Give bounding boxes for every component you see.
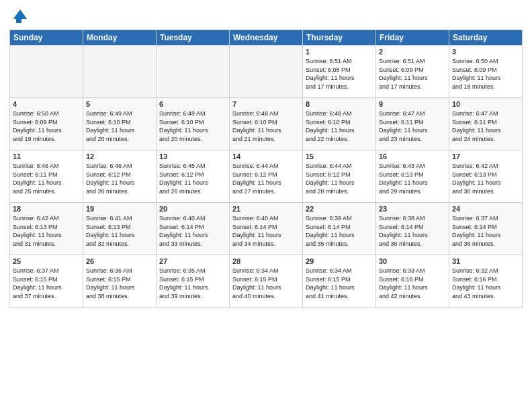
calendar-cell: 1Sunrise: 6:51 AM Sunset: 6:08 PM Daylig… bbox=[303, 46, 376, 98]
calendar-cell: 13Sunrise: 6:45 AM Sunset: 6:12 PM Dayli… bbox=[157, 150, 230, 203]
day-info: Sunrise: 6:42 AM Sunset: 6:13 PM Dayligh… bbox=[13, 214, 80, 248]
day-number: 8 bbox=[306, 100, 373, 108]
day-number: 10 bbox=[452, 100, 519, 108]
day-info: Sunrise: 6:47 AM Sunset: 6:11 PM Dayligh… bbox=[379, 109, 446, 143]
calendar-cell: 7Sunrise: 6:48 AM Sunset: 6:10 PM Daylig… bbox=[230, 98, 303, 150]
day-info: Sunrise: 6:43 AM Sunset: 6:13 PM Dayligh… bbox=[379, 162, 446, 195]
day-info: Sunrise: 6:45 AM Sunset: 6:12 PM Dayligh… bbox=[159, 162, 226, 195]
day-info: Sunrise: 6:41 AM Sunset: 6:13 PM Dayligh… bbox=[86, 214, 153, 248]
day-number: 4 bbox=[13, 100, 80, 108]
calendar-cell bbox=[157, 46, 230, 98]
day-number: 6 bbox=[159, 100, 226, 108]
day-info: Sunrise: 6:49 AM Sunset: 6:10 PM Dayligh… bbox=[86, 109, 153, 143]
calendar-week-3: 18Sunrise: 6:42 AM Sunset: 6:13 PM Dayli… bbox=[10, 203, 523, 255]
calendar-cell: 9Sunrise: 6:47 AM Sunset: 6:11 PM Daylig… bbox=[376, 98, 449, 150]
day-info: Sunrise: 6:50 AM Sunset: 6:09 PM Dayligh… bbox=[452, 57, 519, 91]
calendar-cell: 5Sunrise: 6:49 AM Sunset: 6:10 PM Daylig… bbox=[83, 98, 157, 150]
day-info: Sunrise: 6:51 AM Sunset: 6:09 PM Dayligh… bbox=[379, 57, 446, 91]
day-number: 9 bbox=[379, 100, 446, 108]
day-info: Sunrise: 6:34 AM Sunset: 6:15 PM Dayligh… bbox=[306, 267, 373, 300]
calendar-cell: 30Sunrise: 6:33 AM Sunset: 6:16 PM Dayli… bbox=[376, 255, 449, 308]
calendar-cell: 19Sunrise: 6:41 AM Sunset: 6:13 PM Dayli… bbox=[83, 203, 157, 255]
day-number: 27 bbox=[159, 257, 226, 265]
calendar-cell: 15Sunrise: 6:44 AM Sunset: 6:12 PM Dayli… bbox=[303, 150, 376, 203]
calendar-week-4: 25Sunrise: 6:37 AM Sunset: 6:15 PM Dayli… bbox=[10, 255, 523, 308]
day-number: 20 bbox=[159, 205, 226, 213]
day-number: 23 bbox=[379, 205, 446, 213]
day-number: 22 bbox=[306, 205, 373, 213]
day-number: 3 bbox=[452, 48, 519, 56]
logo bbox=[9, 7, 31, 26]
day-info: Sunrise: 6:40 AM Sunset: 6:14 PM Dayligh… bbox=[159, 214, 226, 248]
day-number: 21 bbox=[232, 205, 300, 213]
day-info: Sunrise: 6:50 AM Sunset: 6:09 PM Dayligh… bbox=[13, 109, 80, 143]
calendar-cell: 14Sunrise: 6:44 AM Sunset: 6:12 PM Dayli… bbox=[230, 150, 303, 203]
day-info: Sunrise: 6:44 AM Sunset: 6:12 PM Dayligh… bbox=[232, 162, 300, 195]
day-number: 24 bbox=[452, 205, 519, 213]
svg-rect-1 bbox=[16, 19, 21, 23]
day-number: 31 bbox=[452, 257, 519, 265]
day-info: Sunrise: 6:49 AM Sunset: 6:10 PM Dayligh… bbox=[159, 109, 226, 143]
day-info: Sunrise: 6:37 AM Sunset: 6:15 PM Dayligh… bbox=[13, 267, 80, 300]
header bbox=[9, 7, 523, 26]
day-number: 19 bbox=[86, 205, 153, 213]
day-number: 17 bbox=[452, 152, 519, 161]
day-info: Sunrise: 6:38 AM Sunset: 6:14 PM Dayligh… bbox=[379, 214, 446, 248]
calendar-cell: 23Sunrise: 6:38 AM Sunset: 6:14 PM Dayli… bbox=[376, 203, 449, 255]
day-info: Sunrise: 6:33 AM Sunset: 6:16 PM Dayligh… bbox=[379, 267, 446, 300]
calendar-cell: 20Sunrise: 6:40 AM Sunset: 6:14 PM Dayli… bbox=[157, 203, 230, 255]
day-info: Sunrise: 6:48 AM Sunset: 6:10 PM Dayligh… bbox=[306, 109, 373, 143]
day-info: Sunrise: 6:51 AM Sunset: 6:08 PM Dayligh… bbox=[306, 57, 373, 91]
calendar-cell: 4Sunrise: 6:50 AM Sunset: 6:09 PM Daylig… bbox=[10, 98, 83, 150]
calendar-header-wednesday: Wednesday bbox=[230, 30, 303, 46]
day-info: Sunrise: 6:36 AM Sunset: 6:15 PM Dayligh… bbox=[86, 267, 153, 300]
day-info: Sunrise: 6:44 AM Sunset: 6:12 PM Dayligh… bbox=[306, 162, 373, 195]
day-number: 26 bbox=[86, 257, 153, 265]
calendar-cell: 21Sunrise: 6:40 AM Sunset: 6:14 PM Dayli… bbox=[230, 203, 303, 255]
calendar-header-tuesday: Tuesday bbox=[157, 30, 230, 46]
day-number: 28 bbox=[232, 257, 300, 265]
day-info: Sunrise: 6:34 AM Sunset: 6:15 PM Dayligh… bbox=[232, 267, 300, 300]
day-number: 11 bbox=[13, 152, 80, 161]
calendar-cell: 17Sunrise: 6:42 AM Sunset: 6:13 PM Dayli… bbox=[449, 150, 523, 203]
calendar-cell bbox=[230, 46, 303, 98]
page-container: SundayMondayTuesdayWednesdayThursdayFrid… bbox=[0, 0, 532, 411]
day-number: 14 bbox=[232, 152, 300, 161]
day-number: 15 bbox=[306, 152, 373, 161]
calendar-cell: 31Sunrise: 6:32 AM Sunset: 6:16 PM Dayli… bbox=[449, 255, 523, 308]
calendar-cell: 29Sunrise: 6:34 AM Sunset: 6:15 PM Dayli… bbox=[303, 255, 376, 308]
calendar-header-monday: Monday bbox=[83, 30, 157, 46]
calendar-cell: 28Sunrise: 6:34 AM Sunset: 6:15 PM Dayli… bbox=[230, 255, 303, 308]
day-number: 7 bbox=[232, 100, 300, 108]
day-info: Sunrise: 6:37 AM Sunset: 6:14 PM Dayligh… bbox=[452, 214, 519, 248]
calendar-cell: 22Sunrise: 6:39 AM Sunset: 6:14 PM Dayli… bbox=[303, 203, 376, 255]
calendar-week-0: 1Sunrise: 6:51 AM Sunset: 6:08 PM Daylig… bbox=[10, 46, 523, 98]
day-number: 12 bbox=[86, 152, 153, 161]
calendar-cell: 3Sunrise: 6:50 AM Sunset: 6:09 PM Daylig… bbox=[449, 46, 523, 98]
calendar-cell: 26Sunrise: 6:36 AM Sunset: 6:15 PM Dayli… bbox=[83, 255, 157, 308]
day-number: 16 bbox=[379, 152, 446, 161]
calendar-cell: 12Sunrise: 6:46 AM Sunset: 6:12 PM Dayli… bbox=[83, 150, 157, 203]
day-info: Sunrise: 6:39 AM Sunset: 6:14 PM Dayligh… bbox=[306, 214, 373, 248]
calendar-cell: 6Sunrise: 6:49 AM Sunset: 6:10 PM Daylig… bbox=[157, 98, 230, 150]
day-info: Sunrise: 6:46 AM Sunset: 6:11 PM Dayligh… bbox=[13, 162, 80, 195]
calendar-cell: 24Sunrise: 6:37 AM Sunset: 6:14 PM Dayli… bbox=[449, 203, 523, 255]
calendar-cell: 27Sunrise: 6:35 AM Sunset: 6:15 PM Dayli… bbox=[157, 255, 230, 308]
calendar-cell: 25Sunrise: 6:37 AM Sunset: 6:15 PM Dayli… bbox=[10, 255, 83, 308]
logo-icon bbox=[9, 7, 28, 26]
day-number: 13 bbox=[159, 152, 226, 161]
calendar-cell: 10Sunrise: 6:47 AM Sunset: 6:11 PM Dayli… bbox=[449, 98, 523, 150]
calendar-header-friday: Friday bbox=[376, 30, 449, 46]
day-info: Sunrise: 6:47 AM Sunset: 6:11 PM Dayligh… bbox=[452, 109, 519, 143]
day-number: 25 bbox=[13, 257, 80, 265]
calendar-cell: 8Sunrise: 6:48 AM Sunset: 6:10 PM Daylig… bbox=[303, 98, 376, 150]
calendar-cell bbox=[83, 46, 157, 98]
calendar-week-1: 4Sunrise: 6:50 AM Sunset: 6:09 PM Daylig… bbox=[10, 98, 523, 150]
day-number: 2 bbox=[379, 48, 446, 56]
day-number: 18 bbox=[13, 205, 80, 213]
calendar-cell: 16Sunrise: 6:43 AM Sunset: 6:13 PM Dayli… bbox=[376, 150, 449, 203]
calendar-cell: 11Sunrise: 6:46 AM Sunset: 6:11 PM Dayli… bbox=[10, 150, 83, 203]
day-info: Sunrise: 6:46 AM Sunset: 6:12 PM Dayligh… bbox=[86, 162, 153, 195]
calendar-header-sunday: Sunday bbox=[10, 30, 83, 46]
calendar-cell: 2Sunrise: 6:51 AM Sunset: 6:09 PM Daylig… bbox=[376, 46, 449, 98]
